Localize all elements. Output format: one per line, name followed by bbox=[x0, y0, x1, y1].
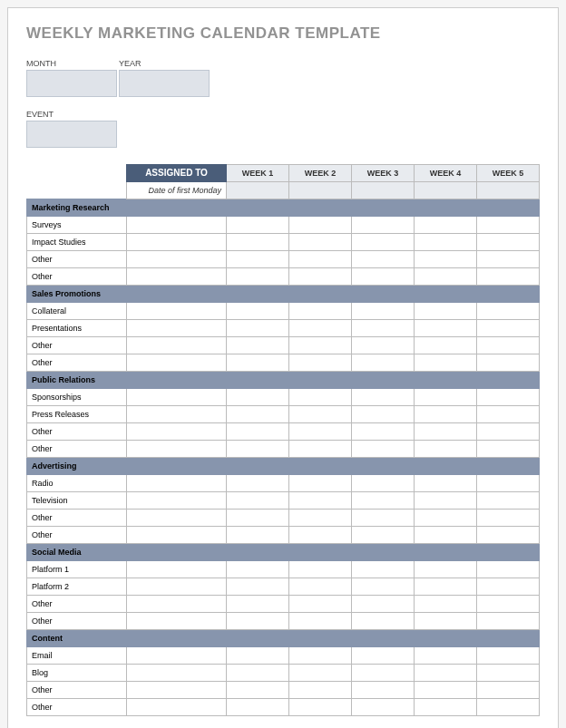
assigned-cell[interactable] bbox=[127, 647, 227, 665]
week-cell[interactable] bbox=[227, 423, 289, 441]
week-cell[interactable] bbox=[352, 699, 415, 716]
week-cell[interactable] bbox=[352, 251, 415, 268]
week-cell[interactable] bbox=[227, 354, 289, 372]
week-cell[interactable] bbox=[415, 251, 477, 268]
week-cell[interactable] bbox=[415, 441, 477, 458]
week-cell[interactable] bbox=[477, 699, 540, 716]
week-cell[interactable] bbox=[477, 527, 540, 544]
assigned-cell[interactable] bbox=[127, 389, 227, 406]
week-cell[interactable] bbox=[289, 492, 352, 510]
week-cell[interactable] bbox=[227, 389, 289, 406]
event-input[interactable] bbox=[26, 121, 117, 148]
date-cell-3[interactable] bbox=[352, 182, 415, 199]
week-cell[interactable] bbox=[352, 527, 415, 544]
week-cell[interactable] bbox=[289, 268, 352, 286]
week-cell[interactable] bbox=[477, 596, 540, 613]
week-cell[interactable] bbox=[289, 682, 352, 699]
date-cell-2[interactable] bbox=[289, 182, 352, 199]
week-cell[interactable] bbox=[352, 578, 415, 596]
week-cell[interactable] bbox=[477, 665, 540, 682]
week-cell[interactable] bbox=[227, 682, 289, 699]
week-cell[interactable] bbox=[352, 423, 415, 441]
week-cell[interactable] bbox=[289, 613, 352, 630]
assigned-cell[interactable] bbox=[127, 682, 227, 699]
week-cell[interactable] bbox=[227, 699, 289, 716]
week-cell[interactable] bbox=[477, 492, 540, 510]
week-cell[interactable] bbox=[415, 303, 477, 320]
week-cell[interactable] bbox=[227, 475, 289, 492]
assigned-cell[interactable] bbox=[127, 492, 227, 510]
week-cell[interactable] bbox=[227, 441, 289, 458]
week-cell[interactable] bbox=[415, 217, 477, 234]
week-cell[interactable] bbox=[227, 320, 289, 337]
week-cell[interactable] bbox=[415, 510, 477, 527]
week-cell[interactable] bbox=[289, 354, 352, 372]
week-cell[interactable] bbox=[415, 647, 477, 665]
week-cell[interactable] bbox=[415, 613, 477, 630]
week-cell[interactable] bbox=[415, 389, 477, 406]
week-cell[interactable] bbox=[415, 578, 477, 596]
week-cell[interactable] bbox=[227, 578, 289, 596]
week-cell[interactable] bbox=[415, 423, 477, 441]
week-cell[interactable] bbox=[477, 303, 540, 320]
week-cell[interactable] bbox=[352, 217, 415, 234]
assigned-cell[interactable] bbox=[127, 665, 227, 682]
week-cell[interactable] bbox=[289, 699, 352, 716]
week-cell[interactable] bbox=[289, 647, 352, 665]
week-cell[interactable] bbox=[477, 423, 540, 441]
week-cell[interactable] bbox=[289, 475, 352, 492]
week-cell[interactable] bbox=[227, 561, 289, 578]
week-cell[interactable] bbox=[227, 665, 289, 682]
week-cell[interactable] bbox=[352, 475, 415, 492]
week-cell[interactable] bbox=[415, 234, 477, 251]
week-cell[interactable] bbox=[227, 406, 289, 423]
week-cell[interactable] bbox=[415, 665, 477, 682]
week-cell[interactable] bbox=[477, 682, 540, 699]
assigned-cell[interactable] bbox=[127, 441, 227, 458]
assigned-cell[interactable] bbox=[127, 510, 227, 527]
week-cell[interactable] bbox=[289, 389, 352, 406]
week-cell[interactable] bbox=[289, 217, 352, 234]
week-cell[interactable] bbox=[415, 320, 477, 337]
week-cell[interactable] bbox=[227, 527, 289, 544]
assigned-cell[interactable] bbox=[127, 354, 227, 372]
week-cell[interactable] bbox=[352, 596, 415, 613]
week-cell[interactable] bbox=[227, 337, 289, 354]
week-cell[interactable] bbox=[352, 268, 415, 286]
week-cell[interactable] bbox=[477, 406, 540, 423]
assigned-cell[interactable] bbox=[127, 217, 227, 234]
week-cell[interactable] bbox=[477, 268, 540, 286]
week-cell[interactable] bbox=[352, 320, 415, 337]
week-cell[interactable] bbox=[477, 389, 540, 406]
week-cell[interactable] bbox=[477, 234, 540, 251]
week-cell[interactable] bbox=[477, 441, 540, 458]
week-cell[interactable] bbox=[415, 527, 477, 544]
week-cell[interactable] bbox=[415, 596, 477, 613]
week-cell[interactable] bbox=[289, 423, 352, 441]
week-cell[interactable] bbox=[227, 268, 289, 286]
assigned-cell[interactable] bbox=[127, 561, 227, 578]
assigned-cell[interactable] bbox=[127, 303, 227, 320]
date-cell-1[interactable] bbox=[227, 182, 289, 199]
week-cell[interactable] bbox=[289, 234, 352, 251]
week-cell[interactable] bbox=[415, 475, 477, 492]
assigned-cell[interactable] bbox=[127, 613, 227, 630]
week-cell[interactable] bbox=[227, 234, 289, 251]
week-cell[interactable] bbox=[352, 665, 415, 682]
week-cell[interactable] bbox=[352, 561, 415, 578]
week-cell[interactable] bbox=[289, 251, 352, 268]
date-cell-4[interactable] bbox=[415, 182, 477, 199]
week-cell[interactable] bbox=[352, 337, 415, 354]
week-cell[interactable] bbox=[477, 647, 540, 665]
week-cell[interactable] bbox=[289, 337, 352, 354]
week-cell[interactable] bbox=[352, 406, 415, 423]
week-cell[interactable] bbox=[477, 337, 540, 354]
week-cell[interactable] bbox=[352, 441, 415, 458]
assigned-cell[interactable] bbox=[127, 406, 227, 423]
assigned-cell[interactable] bbox=[127, 234, 227, 251]
week-cell[interactable] bbox=[415, 406, 477, 423]
week-cell[interactable] bbox=[227, 217, 289, 234]
week-cell[interactable] bbox=[227, 510, 289, 527]
week-cell[interactable] bbox=[289, 578, 352, 596]
assigned-cell[interactable] bbox=[127, 699, 227, 716]
